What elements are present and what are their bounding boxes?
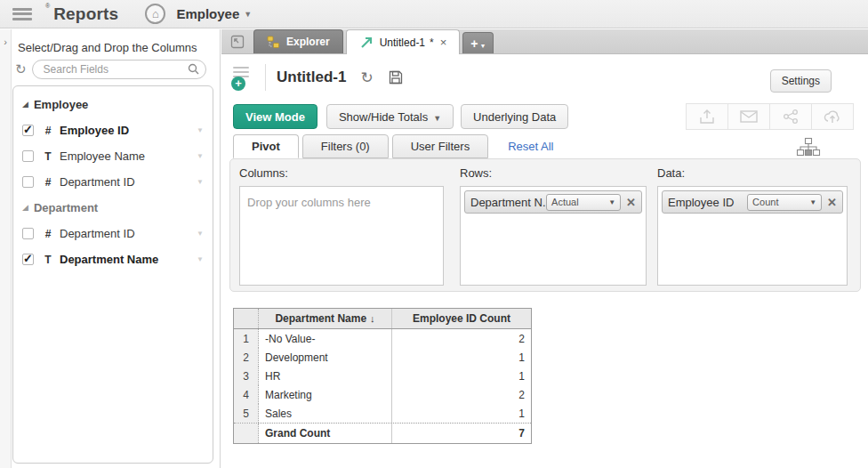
row-number: 1 xyxy=(234,329,259,348)
field-type-icon: T xyxy=(42,254,54,266)
field-checkbox[interactable] xyxy=(22,150,34,162)
department-name-cell: Marketing xyxy=(259,385,392,404)
mode-button-row: View Mode Show/Hide Totals▼ Underlying D… xyxy=(233,104,575,129)
count-cell: 1 xyxy=(392,367,531,385)
collapse-arrow-icon: › xyxy=(0,36,11,47)
reset-all-link[interactable]: Reset All xyxy=(508,140,553,153)
zoho-logo[interactable]: ® Reports xyxy=(44,4,118,24)
count-cell: 1 xyxy=(392,348,531,367)
field-checkbox[interactable] xyxy=(22,254,34,265)
share-icon[interactable] xyxy=(769,103,812,130)
remove-pill-icon[interactable]: ✕ xyxy=(827,196,837,209)
section-collapse-icon[interactable]: ◢ xyxy=(22,100,28,109)
export-icon[interactable] xyxy=(686,103,728,130)
hamburger-menu-icon[interactable] xyxy=(12,8,32,20)
field-row[interactable]: ◢ Department xyxy=(13,195,213,221)
employee-count-header[interactable]: Employee ID Count xyxy=(392,309,531,328)
field-row[interactable]: T Department Name ▼ xyxy=(13,246,213,272)
department-name-cell: Development xyxy=(259,348,392,367)
workspace-name: Employee xyxy=(176,6,239,21)
underlying-data-button[interactable]: Underlying Data xyxy=(461,104,568,129)
tab-explorer-label: Explorer xyxy=(286,36,330,48)
view-tab-strip: Explorer Untitled-1 * × + ▼ xyxy=(221,29,868,54)
sidebar-collapse-handle[interactable]: › xyxy=(0,29,12,468)
brand-name: Reports xyxy=(53,4,118,24)
view-mode-button[interactable]: View Mode xyxy=(233,104,317,129)
rows-label: Rows: xyxy=(460,166,492,180)
row-number: 2 xyxy=(234,348,259,367)
field-checkbox[interactable] xyxy=(22,228,34,239)
new-view-icon[interactable]: + xyxy=(233,67,254,88)
grand-total-row: Grand Count 7 xyxy=(234,423,531,443)
tab-untitled-1[interactable]: Untitled-1 * × xyxy=(346,29,461,54)
registered-mark: ® xyxy=(45,3,50,9)
rows-dropzone[interactable]: Department N... Actual ▼ ✕ xyxy=(460,186,647,286)
field-menu-icon[interactable]: ▼ xyxy=(197,255,204,263)
settings-button[interactable]: Settings xyxy=(770,69,832,93)
field-type-icon: # xyxy=(42,125,54,137)
columns-sidebar: › Select/Drag and Drop the Columns ↻ ◢ E… xyxy=(0,29,221,468)
row-aggregate-dropdown[interactable]: Actual ▼ xyxy=(546,194,621,211)
field-row[interactable]: # Department ID ▼ xyxy=(13,169,213,195)
pivot-view-icon xyxy=(359,36,374,50)
explorer-tree-icon xyxy=(267,36,280,49)
tab-pivot[interactable]: Pivot xyxy=(233,134,299,158)
top-bar: ® Reports ⌂ Employee ▼ xyxy=(0,0,868,28)
tab-explorer[interactable]: Explorer xyxy=(253,29,343,53)
field-row[interactable]: ◢ Employee xyxy=(13,92,213,117)
field-label: Department ID xyxy=(60,175,197,189)
restore-panel-icon[interactable] xyxy=(230,35,245,49)
field-checkbox[interactable] xyxy=(22,176,34,188)
add-view-tab[interactable]: + ▼ xyxy=(462,32,494,53)
refresh-fields-icon[interactable]: ↻ xyxy=(15,61,27,77)
count-cell: 1 xyxy=(392,404,531,423)
row-number: 3 xyxy=(234,367,259,385)
email-icon[interactable] xyxy=(727,103,770,130)
add-view-caret-icon: ▼ xyxy=(480,43,486,49)
field-row[interactable]: # Department ID ▼ xyxy=(13,221,213,246)
field-menu-icon[interactable]: ▼ xyxy=(197,178,204,186)
department-name-cell: HR xyxy=(259,367,392,385)
table-row: 2 Development 1 xyxy=(234,348,531,367)
show-hide-totals-button[interactable]: Show/Hide Totals▼ xyxy=(326,104,454,129)
rows-pill-department-name[interactable]: Department N... Actual ▼ ✕ xyxy=(464,190,642,214)
hierarchy-icon[interactable] xyxy=(795,137,822,157)
share-icon-group xyxy=(687,103,854,130)
chevron-down-icon: ▼ xyxy=(608,198,615,206)
field-checkbox[interactable] xyxy=(22,125,34,136)
field-menu-icon[interactable]: ▼ xyxy=(197,230,204,238)
field-label: Department ID xyxy=(60,227,197,240)
search-fields-input[interactable] xyxy=(32,60,206,79)
home-icon[interactable]: ⌂ xyxy=(145,4,165,24)
section-collapse-icon[interactable]: ◢ xyxy=(22,203,28,212)
unsaved-marker: * xyxy=(430,36,434,49)
save-icon[interactable] xyxy=(388,69,404,85)
row-number: 4 xyxy=(234,385,259,404)
count-cell: 2 xyxy=(392,385,531,404)
table-row: 5 Sales 1 xyxy=(234,404,531,423)
data-dropzone[interactable]: Employee ID Count ▼ ✕ xyxy=(657,186,848,286)
refresh-report-icon[interactable]: ↻ xyxy=(360,69,373,87)
field-row[interactable]: T Employee Name ▼ xyxy=(13,143,213,169)
field-row[interactable]: # Employee ID ▼ xyxy=(13,117,213,143)
table-row: 3 HR 1 xyxy=(234,367,531,385)
data-aggregate-dropdown[interactable]: Count ▼ xyxy=(747,194,822,211)
row-number: 5 xyxy=(234,404,259,423)
tab-user-filters[interactable]: User Filters xyxy=(392,134,488,158)
field-menu-icon[interactable]: ▼ xyxy=(197,126,204,134)
tab-filters[interactable]: Filters (0) xyxy=(302,134,389,158)
workspace-dropdown[interactable]: Employee ▼ xyxy=(176,6,252,21)
close-tab-icon[interactable]: × xyxy=(440,36,447,49)
publish-cloud-icon[interactable] xyxy=(811,103,854,130)
department-name-header[interactable]: Department Name ↓ xyxy=(259,309,392,328)
fields-panel: ◢ Employee # Employee ID ▼ xyxy=(12,85,213,464)
data-pill-employee-id[interactable]: Employee ID Count ▼ ✕ xyxy=(662,190,843,214)
field-menu-icon[interactable]: ▼ xyxy=(197,152,204,160)
report-toolbar: + Untitled-1 ↻ Settings xyxy=(221,54,868,101)
field-label: Employee ID xyxy=(60,124,197,137)
report-title: Untitled-1 xyxy=(277,69,346,86)
remove-pill-icon[interactable]: ✕ xyxy=(626,196,636,209)
table-header-row: Department Name ↓ Employee ID Count xyxy=(234,309,531,329)
table-row: 1 -No Value- 2 xyxy=(234,329,531,348)
columns-dropzone[interactable]: Drop your columns here xyxy=(239,186,444,286)
